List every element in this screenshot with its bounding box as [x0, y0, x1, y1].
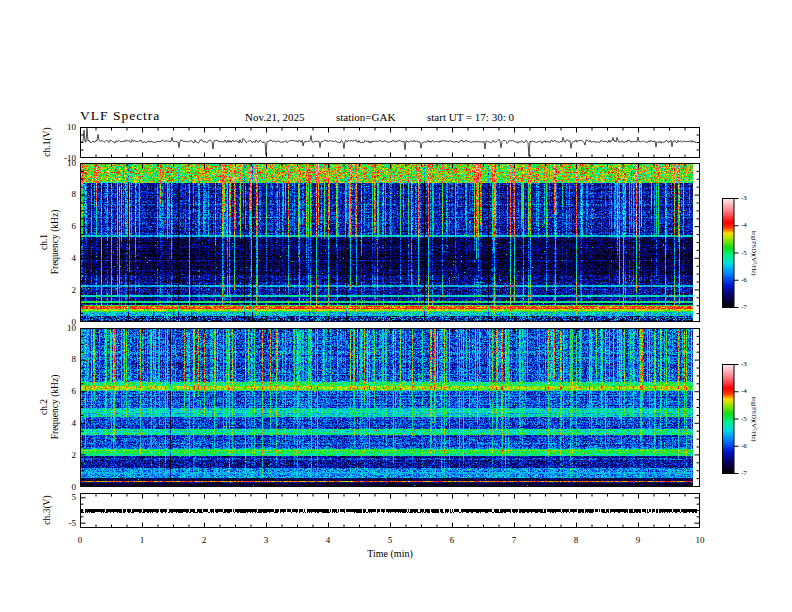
x-tick-label: 2: [189, 535, 219, 545]
colorbar-ch1-tick-label: -5: [741, 249, 747, 257]
x-tick-label: 5: [375, 535, 405, 545]
x-tick-label: 6: [437, 535, 467, 545]
y-tick-label: 10: [0, 158, 76, 168]
colorbar-ch2-tick-label: -5: [741, 415, 747, 423]
colorbar-ch1: [722, 198, 739, 308]
colorbar-ch2-tick-label: -7: [741, 469, 747, 477]
y-tick-label: 4: [0, 418, 76, 428]
x-tick-label: 3: [251, 535, 281, 545]
vlf-spectra-figure: VLF Spectra Nov.21, 2025 station=GAK sta…: [0, 0, 792, 612]
x-tick-label: 7: [499, 535, 529, 545]
y-tick-label: 2: [0, 450, 76, 460]
ch2-spectrogram-panel: [80, 328, 700, 487]
y-tick-label: 6: [0, 221, 76, 231]
x-tick-label: 0: [65, 535, 95, 545]
x-tick-label: 9: [623, 535, 653, 545]
colorbar-ch1-tick-label: -7: [741, 303, 747, 311]
x-tick-label: 1: [127, 535, 157, 545]
colorbar-ch2-tick-label: -6: [741, 442, 747, 450]
colorbar-ch1-tick-label: -6: [741, 276, 747, 284]
y-tick-label: 2: [0, 285, 76, 295]
x-tick-label: 4: [313, 535, 343, 545]
colorbar-ch2-tick-label: -4: [741, 387, 747, 395]
x-tick-label: 10: [685, 535, 715, 545]
figure-date: Nov.21, 2025: [245, 111, 304, 123]
figure-station: station=GAK: [336, 111, 395, 123]
figure-title: VLF Spectra: [80, 108, 160, 124]
colorbar-ch2: [722, 364, 739, 474]
y-tick-label: 8: [0, 189, 76, 199]
y-tick-label: 8: [0, 354, 76, 364]
y-tick-label: 6: [0, 386, 76, 396]
ch1-waveform-panel: [80, 127, 700, 158]
ch1-spectrogram-panel: [80, 163, 700, 322]
x-axis-title: Time (min): [330, 548, 450, 559]
y-tick-label: 0: [0, 482, 76, 492]
colorbar-ch1-tick-label: -3: [741, 194, 747, 202]
colorbar-ch2-tick-label: -3: [741, 360, 747, 368]
y-tick-label: 10: [0, 323, 76, 333]
ch3-waveform-panel: [80, 493, 700, 528]
colorbar-ch1-tick-label: -4: [741, 221, 747, 229]
y-tick-label: 10: [0, 122, 76, 132]
y-tick-label: -5: [0, 518, 76, 528]
figure-start-ut: start UT = 17: 30: 0: [427, 111, 514, 123]
x-tick-label: 8: [561, 535, 591, 545]
y-tick-label: 4: [0, 253, 76, 263]
y-tick-label: 5: [0, 492, 76, 502]
